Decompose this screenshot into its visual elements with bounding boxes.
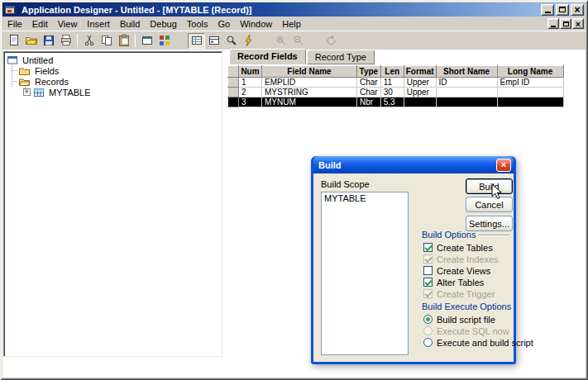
menu-edit[interactable]: Edit xyxy=(27,18,53,30)
alter-tables-checkbox-row[interactable]: Alter Tables xyxy=(423,277,484,287)
cell-field-name[interactable]: EMPLID xyxy=(262,78,357,88)
maximize-button[interactable] xyxy=(556,4,569,16)
list-item[interactable]: MYTABLE xyxy=(322,192,408,204)
mdi-close-button[interactable]: × xyxy=(572,18,584,29)
tab-record-fields[interactable]: Record Fields xyxy=(229,49,306,64)
execute-and-build-script-radio-row[interactable]: Execute and build script xyxy=(423,337,533,348)
build-options-section-header: Build Options xyxy=(422,230,509,240)
cell-format[interactable]: Upper xyxy=(404,78,436,88)
menu-go[interactable]: Go xyxy=(213,18,235,30)
zoom-out-button[interactable] xyxy=(289,33,307,49)
copy-button[interactable] xyxy=(98,33,115,49)
tree-item-records[interactable]: Records xyxy=(7,76,222,87)
tab-record-type[interactable]: Record Type xyxy=(307,50,375,64)
column-header-format: Format xyxy=(404,66,436,78)
cell-type[interactable]: Char xyxy=(357,78,381,88)
cell-num[interactable]: 3 xyxy=(239,97,262,107)
cell-long-name[interactable]: Empl ID xyxy=(497,78,563,88)
mdi-restore-icon xyxy=(563,21,569,26)
cell-short-name[interactable] xyxy=(436,97,497,107)
menu-help[interactable]: Help xyxy=(277,18,306,30)
cut-button[interactable] xyxy=(80,33,98,49)
radio-label: Execute SQL now xyxy=(437,326,509,336)
column-header-short-name: Short Name xyxy=(436,66,497,78)
refresh-button[interactable] xyxy=(322,33,339,49)
project-tree-panel: Untitled Fields Records + MYTABLE xyxy=(3,51,222,357)
zoom-in-button[interactable] xyxy=(272,33,289,49)
cell-field-name[interactable]: MYNUM xyxy=(262,97,357,107)
cell-format[interactable] xyxy=(404,97,436,107)
build-dialog-title: Build xyxy=(318,160,496,170)
build-options-label: Build Options xyxy=(422,230,476,240)
table-row: 1 EMPLID Char 11 Upper ID Empl ID xyxy=(228,78,564,88)
radio-selected-icon[interactable] xyxy=(423,315,433,324)
menubar: File Edit View Insert Build Debug Tools … xyxy=(2,17,586,31)
menu-window[interactable]: Window xyxy=(235,18,277,30)
dialog-close-button[interactable]: × xyxy=(496,159,511,172)
create-views-checkbox-row[interactable]: Create Views xyxy=(423,265,490,276)
mdi-minimize-button[interactable] xyxy=(547,18,559,29)
cell-type[interactable]: Char xyxy=(357,88,381,97)
cancel-button[interactable]: Cancel xyxy=(466,197,513,212)
cell-num[interactable]: 2 xyxy=(239,88,262,97)
tree-connector-stub xyxy=(12,70,17,71)
minimize-button[interactable] xyxy=(541,4,554,16)
save-icon xyxy=(42,34,55,47)
build-scope-listbox[interactable]: MYTABLE xyxy=(321,192,409,355)
tree-item-untitled[interactable]: Untitled xyxy=(7,55,222,65)
maximize-icon xyxy=(559,7,566,12)
cell-len[interactable]: 11 xyxy=(380,78,404,88)
menu-view[interactable]: View xyxy=(53,18,83,30)
toolbar xyxy=(2,31,586,50)
cell-type[interactable]: Nbr xyxy=(357,97,381,107)
cut-icon xyxy=(83,34,96,47)
menu-file[interactable]: File xyxy=(2,18,27,30)
checkbox-label: Alter Tables xyxy=(437,278,484,287)
object-properties-button[interactable] xyxy=(138,33,155,49)
print-button[interactable] xyxy=(57,33,74,49)
menu-tools[interactable]: Tools xyxy=(182,18,213,30)
checkbox-checked-icon[interactable] xyxy=(423,243,433,252)
save-button[interactable] xyxy=(40,33,57,49)
menu-debug[interactable]: Debug xyxy=(145,18,181,30)
cell-format[interactable]: Upper xyxy=(404,88,436,97)
build-button[interactable]: Build xyxy=(466,178,513,194)
build-project-button[interactable] xyxy=(155,33,173,49)
record-fields-view-icon xyxy=(190,34,203,47)
radio-unselected-icon[interactable] xyxy=(423,338,433,347)
row-selector[interactable] xyxy=(228,88,239,97)
menu-insert[interactable]: Insert xyxy=(82,18,115,30)
cell-long-name[interactable] xyxy=(497,97,563,107)
close-button[interactable]: × xyxy=(571,4,584,16)
checkbox-unchecked-icon[interactable] xyxy=(423,266,433,275)
record-fields-view-button[interactable] xyxy=(188,33,205,49)
cell-len[interactable]: 5.3 xyxy=(380,97,404,107)
build-script-file-radio-row[interactable]: Build script file xyxy=(423,314,495,325)
tree-item-mytable[interactable]: + MYTABLE xyxy=(7,87,222,97)
build-dialog-titlebar[interactable]: Build × xyxy=(313,156,514,173)
checkbox-checked-icon[interactable] xyxy=(423,278,433,287)
checkbox-checked-disabled-icon xyxy=(423,289,433,298)
cell-long-name[interactable] xyxy=(497,88,563,97)
tree-item-fields[interactable]: Fields xyxy=(7,65,222,76)
find-object-references-button[interactable] xyxy=(222,33,240,49)
row-selector[interactable] xyxy=(228,78,239,88)
validate-button[interactable] xyxy=(240,33,257,49)
cell-num[interactable]: 1 xyxy=(239,78,262,88)
create-tables-checkbox-row[interactable]: Create Tables xyxy=(423,242,493,253)
record-type-view-button[interactable] xyxy=(205,33,222,49)
mdi-restore-button[interactable] xyxy=(560,18,571,29)
record-type-view-icon xyxy=(208,34,221,47)
checkbox-label: Create Views xyxy=(437,266,490,276)
open-button[interactable] xyxy=(22,33,40,49)
section-divider xyxy=(479,235,509,235)
copy-icon xyxy=(100,34,113,47)
cell-short-name[interactable]: ID xyxy=(436,78,497,88)
cell-short-name[interactable] xyxy=(436,88,497,97)
cell-len[interactable]: 30 xyxy=(380,88,404,97)
row-selector[interactable] xyxy=(228,97,239,107)
new-button[interactable] xyxy=(5,33,22,49)
cell-field-name[interactable]: MYSTRING xyxy=(262,88,357,97)
paste-button[interactable] xyxy=(115,33,132,49)
menu-build[interactable]: Build xyxy=(115,18,145,30)
